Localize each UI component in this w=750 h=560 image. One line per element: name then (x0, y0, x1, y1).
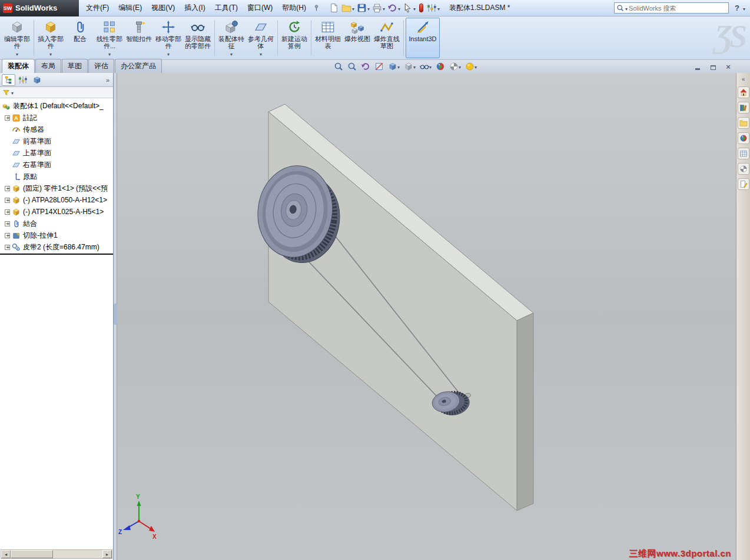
tree-horizontal-scrollbar[interactable] (1, 549, 112, 559)
smart-fasteners-button[interactable]: 智能扣件 (124, 18, 154, 58)
taskpane-view-palette-tab[interactable] (738, 178, 749, 190)
view-settings-button[interactable] (464, 61, 477, 72)
new-document-button[interactable] (328, 2, 340, 14)
menu-view[interactable]: 视图(V) (147, 0, 180, 16)
configurationmanager-tab[interactable] (30, 74, 44, 86)
expand-toggle[interactable] (5, 115, 10, 121)
menu-tools[interactable]: 工具(T) (210, 0, 243, 16)
display-style-button[interactable] (403, 61, 416, 72)
orientation-triad[interactable]: Y X Z (118, 494, 157, 540)
zoom-fit-button[interactable] (333, 61, 344, 72)
rollback-bar[interactable] (0, 254, 113, 255)
zoom-area-button[interactable] (347, 61, 357, 72)
minimize-button[interactable] (693, 63, 702, 70)
expand-toggle[interactable] (5, 221, 10, 226)
exploded-view-button[interactable]: 爆炸视图 (343, 18, 372, 58)
scrollbar-thumb[interactable] (11, 550, 53, 558)
menu-file[interactable]: 文件(F) (81, 0, 114, 16)
show-hidden-components-button[interactable]: 显示隐藏的零部件 (183, 18, 213, 58)
tab-assembly[interactable]: 装配体 (2, 59, 35, 73)
taskpane-scenes-tab[interactable] (738, 163, 749, 175)
edit-component-button[interactable]: 编辑零部件 (2, 18, 32, 58)
filter-dropdown[interactable] (11, 88, 14, 96)
taskpane-resources-tab[interactable] (738, 86, 749, 98)
move-component-button[interactable]: 移动零部件 (154, 18, 183, 58)
linear-pattern-button[interactable]: 线性零部件... (95, 18, 124, 58)
options-button[interactable] (426, 2, 441, 14)
restore-button[interactable] (709, 63, 717, 70)
search-scope-dropdown[interactable] (625, 4, 628, 12)
panel-tabs-overflow-button[interactable] (104, 76, 111, 84)
undo-dropdown[interactable] (398, 4, 400, 12)
taskpane-file-explorer-tab[interactable] (738, 117, 749, 129)
apply-scene-button[interactable] (449, 61, 462, 72)
filter-funnel-icon[interactable] (2, 89, 10, 96)
tree-item-part1[interactable]: (固定) 零件1<1> (預設<<預 (0, 182, 113, 194)
expand-toggle[interactable] (5, 245, 10, 250)
select-button[interactable] (401, 2, 417, 14)
plate-part[interactable] (268, 104, 533, 511)
explode-line-sketch-button[interactable]: 爆炸直线草图 (372, 18, 401, 58)
tree-item-top-plane[interactable]: 上基準面 (0, 147, 113, 159)
undo-button[interactable] (386, 2, 401, 14)
help-dropdown[interactable] (743, 4, 745, 12)
expand-toggle[interactable] (5, 198, 10, 203)
expand-toggle[interactable] (5, 233, 10, 238)
tree-item-front-plane[interactable]: 前基準面 (0, 135, 113, 147)
bill-of-materials-button[interactable]: 材料明细表 (313, 18, 343, 58)
propertymanager-tab[interactable] (16, 74, 29, 86)
hide-show-items-button[interactable] (419, 61, 432, 72)
tree-item-atp14xl025[interactable]: (-) ATP14XL025-A-H5<1> (0, 206, 113, 218)
tab-sketch[interactable]: 草图 (62, 59, 88, 73)
open-dropdown[interactable] (352, 4, 354, 12)
select-dropdown[interactable] (413, 4, 416, 12)
previous-view-button[interactable] (360, 61, 371, 72)
menu-window[interactable]: 窗口(W) (243, 0, 277, 16)
scrollbar-track[interactable] (11, 550, 102, 558)
tree-item-right-plane[interactable]: 右基準面 (0, 159, 113, 171)
rx-indicator-icon[interactable] (419, 4, 423, 12)
scroll-right-button[interactable] (102, 550, 112, 558)
taskpane-appearances-tab[interactable] (738, 132, 749, 144)
tab-layout[interactable]: 布局 (35, 59, 61, 73)
instant3d-button[interactable]: Instant3D (406, 18, 440, 58)
assembly-features-button[interactable]: 装配体特征 (217, 18, 246, 58)
new-motion-study-button[interactable]: 新建运动算例 (280, 18, 309, 58)
options-dropdown[interactable] (437, 4, 440, 12)
scroll-left-button[interactable] (1, 550, 11, 558)
tree-root[interactable]: 装配体1 (Default<<Default>_ (0, 100, 113, 112)
expand-toggle[interactable] (5, 209, 10, 215)
print-dropdown[interactable] (383, 4, 385, 12)
menu-help[interactable]: 帮助(H) (277, 0, 311, 16)
tree-item-mates[interactable]: 結合 (0, 218, 113, 229)
section-view-button[interactable] (374, 61, 384, 72)
tree-item-atpa28l050[interactable]: (-) ATPA28L050-A-H12<1> (0, 194, 113, 206)
save-dropdown[interactable] (367, 4, 370, 12)
save-button[interactable] (356, 2, 371, 14)
tree-item-sensors[interactable]: 传感器 (0, 124, 113, 135)
expand-toggle[interactable] (5, 186, 10, 191)
tree-item-annotations[interactable]: 註記 (0, 112, 113, 124)
reference-geometry-button[interactable]: 参考几何体 (246, 18, 276, 58)
graphics-area[interactable]: Y X Z 三维网www.3dportal.cn (117, 73, 736, 560)
help-button[interactable]: ? (735, 4, 739, 12)
menu-edit[interactable]: 编辑(E) (114, 0, 147, 16)
tab-office-products[interactable]: 办公室产品 (115, 59, 162, 73)
tree-item-origin[interactable]: 原點 (0, 171, 113, 182)
print-button[interactable] (371, 2, 386, 14)
menu-insert[interactable]: 插入(I) (180, 0, 210, 16)
taskpane-custom-properties-tab[interactable] (738, 148, 749, 159)
search-box[interactable] (614, 2, 729, 14)
edit-appearance-button[interactable] (435, 61, 446, 72)
taskpane-design-library-tab[interactable] (738, 102, 749, 114)
view-orientation-button[interactable] (387, 61, 400, 72)
featuremanager-tab[interactable] (2, 74, 15, 86)
search-input[interactable] (629, 5, 726, 12)
mate-button[interactable]: 配合 (65, 18, 95, 58)
insert-component-button[interactable]: 插入零部件 (36, 18, 65, 58)
tab-evaluate[interactable]: 评估 (88, 59, 114, 73)
pin-menu-icon[interactable] (313, 4, 320, 12)
open-button[interactable] (340, 2, 356, 14)
close-button[interactable] (724, 63, 732, 70)
tree-item-cut-extrude[interactable]: 切除-拉伸1 (0, 229, 113, 241)
